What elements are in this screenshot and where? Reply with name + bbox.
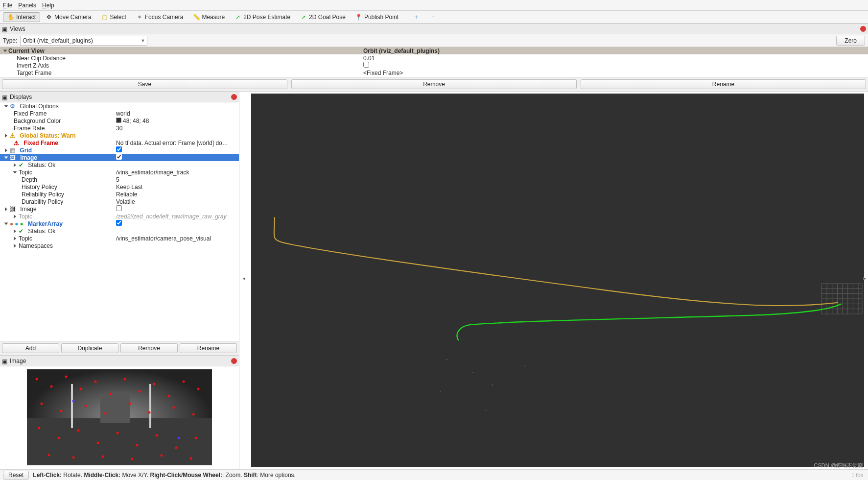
viewport-3d[interactable]: ◂ ▸ <box>239 92 868 469</box>
tool-plus[interactable]: ＋ <box>409 12 424 22</box>
durability-row[interactable]: Durability PolicyVolatile <box>0 198 239 205</box>
tool-minus[interactable]: － <box>425 12 441 22</box>
depth-val: 5 <box>115 176 239 183</box>
global-status-label: Global Status: Warn <box>20 132 75 139</box>
image-status-row[interactable]: ✔ Status: Ok <box>0 161 239 168</box>
fixed-frame-row[interactable]: Fixed Frameworld <box>0 110 239 117</box>
tool-interact[interactable]: ✋Interact <box>3 12 40 22</box>
chevron-down-icon: ▼ <box>141 38 145 43</box>
tool-focus-camera[interactable]: ✶Focus Camera <box>132 12 188 22</box>
invert-z-checkbox[interactable] <box>363 62 369 68</box>
tool-measure[interactable]: 📏Measure <box>188 12 229 22</box>
move-camera-label: Move Camera <box>54 14 91 21</box>
displays-tree[interactable]: ⚙ Global Options Fixed Frameworld Backgr… <box>0 102 239 341</box>
svg-point-35 <box>72 456 75 459</box>
svg-point-31 <box>156 434 158 437</box>
tool-goal-pose[interactable]: ➚2D Goal Pose <box>296 12 350 22</box>
svg-point-40 <box>72 400 75 403</box>
displays-title: Displays <box>10 94 32 100</box>
reset-button[interactable]: Reset <box>3 471 29 480</box>
global-options-row[interactable]: ⚙ Global Options <box>0 102 239 110</box>
zero-button[interactable]: Zero <box>836 36 865 46</box>
svg-point-28 <box>97 442 99 444</box>
near-clip-value: 0.01 <box>361 55 868 62</box>
combo-value: Orbit (rviz_default_plugins) <box>23 37 93 44</box>
remove-disp-label: Remove <box>138 345 160 352</box>
fixed-frame-error-row[interactable]: ⚠ Fixed FrameNo tf data. Actual error: F… <box>0 139 239 146</box>
tool-publish-point[interactable]: 📍Publish Point <box>351 12 403 22</box>
reliability-row[interactable]: Reliability PolicyReliable <box>0 191 239 198</box>
bg-color-row[interactable]: Background Color48; 48; 48 <box>0 117 239 124</box>
image2-checkbox[interactable] <box>116 205 122 211</box>
namespaces-row[interactable]: Namespaces <box>0 242 239 249</box>
svg-point-25 <box>38 427 41 430</box>
menu-file-label: ile <box>6 2 12 9</box>
menu-help[interactable]: Help <box>42 2 54 9</box>
ma-status-row[interactable]: ✔ Status: Ok <box>0 227 239 235</box>
history-row[interactable]: History PolicyKeep Last <box>0 183 239 191</box>
rename-display-button[interactable]: Rename <box>180 343 237 353</box>
focus-icon: ✶ <box>136 14 143 21</box>
history-key: History Policy <box>3 184 115 191</box>
invert-z-row[interactable]: Invert Z Axis <box>0 62 868 69</box>
hand-icon: ✋ <box>7 14 14 21</box>
goal-pose-label: 2D Goal Pose <box>309 14 346 21</box>
svg-point-22 <box>148 411 151 414</box>
tool-pose-estimate[interactable]: ➚2D Pose Estimate <box>230 12 295 22</box>
svg-point-6 <box>50 385 53 388</box>
image2-topic-row[interactable]: Topic/zed2i/zed_node/left_raw/image_raw_… <box>0 213 239 220</box>
image2-label: Image <box>20 206 36 213</box>
collapse-left-icon[interactable]: ◂ <box>242 275 247 287</box>
status-ok-label: Status: Ok <box>28 162 55 168</box>
target-frame-row[interactable]: Target Frame <Fixed Frame> <box>0 69 868 76</box>
grid-row[interactable]: ▦ Grid <box>0 146 239 154</box>
frame-rate-row[interactable]: Frame Rate30 <box>0 124 239 132</box>
close-icon[interactable] <box>231 94 237 100</box>
fps-label: 1 fps <box>851 472 863 478</box>
image-topic-row[interactable]: Topic/vins_estimator/image_track <box>0 168 239 176</box>
current-view-row[interactable]: Current View Orbit (rviz_default_plugins… <box>0 47 868 54</box>
svg-point-57 <box>492 384 493 385</box>
svg-point-59 <box>524 365 525 366</box>
color-swatch <box>116 118 121 123</box>
image-panel-body <box>0 366 239 469</box>
close-icon[interactable] <box>860 26 866 32</box>
remove-label: Remove <box>423 81 445 88</box>
duplicate-button[interactable]: Duplicate <box>61 343 118 353</box>
arrow-green-icon: ➚ <box>235 14 241 21</box>
svg-point-5 <box>36 378 38 381</box>
markerarray-row[interactable]: ●●● MarkerArray <box>0 220 239 227</box>
current-view-value: Orbit (rviz_default_plugins) <box>361 48 868 54</box>
tool-select[interactable]: ▢Select <box>96 12 130 22</box>
svg-point-23 <box>173 407 175 409</box>
add-button[interactable]: Add <box>2 343 59 353</box>
move-icon: ✥ <box>46 14 52 21</box>
menu-panels[interactable]: Panels <box>18 2 36 9</box>
image-checkbox[interactable] <box>116 154 122 160</box>
svg-point-8 <box>80 388 82 390</box>
near-clip-row[interactable]: Near Clip Distance 0.01 <box>0 54 868 62</box>
svg-point-16 <box>197 388 200 390</box>
view-type-combo[interactable]: Orbit (rviz_default_plugins) ▼ <box>20 36 147 46</box>
remove-button[interactable]: Remove <box>291 79 577 89</box>
remove-display-button[interactable]: Remove <box>120 343 178 353</box>
rename-button[interactable]: Rename <box>581 79 866 89</box>
collapse-right-icon[interactable]: ▸ <box>863 275 868 287</box>
ma-topic-row[interactable]: Topic/vins_estimator/camera_pose_visual <box>0 235 239 242</box>
global-status-row[interactable]: ⚠ Global Status: Warn <box>0 132 239 139</box>
save-button[interactable]: Save <box>2 79 287 89</box>
markerarray-checkbox[interactable] <box>116 220 122 226</box>
svg-point-14 <box>168 395 170 398</box>
image2-row[interactable]: 🖼 Image <box>0 205 239 213</box>
grid-checkbox[interactable] <box>116 146 122 152</box>
watermark: CSDN @虾眠不觉晓 <box>814 462 863 469</box>
menu-file[interactable]: File <box>3 2 12 9</box>
grid-label: Grid <box>20 147 32 154</box>
bg-color-val: 48; 48; 48 <box>123 118 149 124</box>
image-panel-header: ▣ Image <box>0 356 239 366</box>
scene-3d[interactable] <box>251 94 864 467</box>
image-row[interactable]: 🖼 Image <box>0 154 239 161</box>
close-icon[interactable] <box>231 358 237 364</box>
depth-row[interactable]: Depth5 <box>0 176 239 183</box>
tool-move-camera[interactable]: ✥Move Camera <box>41 12 95 22</box>
